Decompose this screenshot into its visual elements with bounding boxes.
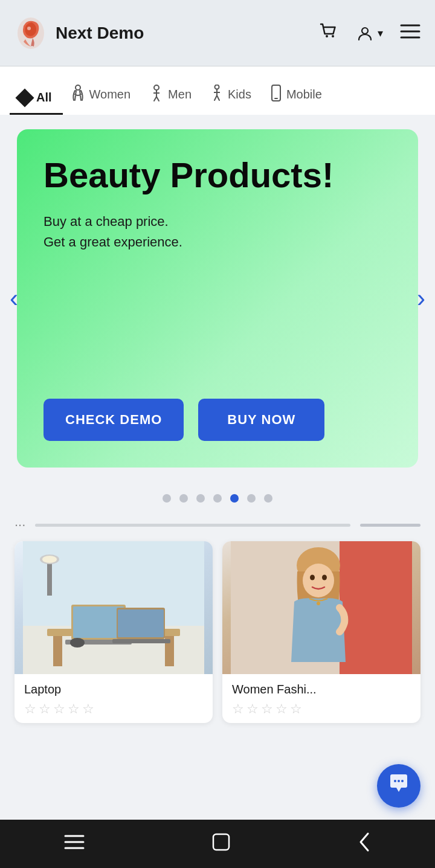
laptop-product-info: Laptop ☆ ☆ ☆ ☆ ☆	[14, 674, 213, 723]
banner-title: Beauty Products!	[44, 156, 392, 194]
chat-fab-button[interactable]	[377, 764, 420, 808]
hamburger-icon[interactable]	[400, 23, 420, 43]
svg-rect-27	[53, 636, 62, 666]
svg-rect-30	[73, 606, 124, 638]
diamond-icon	[15, 88, 34, 107]
star-2: ☆	[39, 701, 51, 717]
star-1: ☆	[24, 701, 36, 717]
section-scrollbar	[360, 524, 420, 527]
banner-section: ‹ › Beauty Products! Buy at a cheap pric…	[0, 115, 435, 482]
bottom-nav	[0, 820, 435, 868]
svg-point-2	[326, 35, 328, 37]
svg-point-9	[154, 85, 159, 90]
header-title: Next Demo	[56, 24, 144, 43]
logo-icon	[14, 15, 47, 51]
svg-point-41	[310, 575, 315, 580]
svg-point-1	[27, 27, 31, 30]
fashion-stars: ☆ ☆ ☆ ☆ ☆	[232, 701, 411, 717]
product-card-fashion[interactable]: Women Fashi... ☆ ☆ ☆ ☆ ☆	[222, 541, 420, 723]
fstar-4: ☆	[276, 701, 288, 717]
bottom-home-icon[interactable]	[211, 832, 231, 856]
cat-men-label: Men	[168, 88, 192, 101]
section-dots-icon: ···	[14, 517, 25, 533]
svg-point-14	[215, 85, 219, 89]
fashion-product-name: Women Fashi...	[232, 683, 411, 696]
svg-point-45	[398, 780, 400, 782]
svg-line-13	[156, 97, 159, 101]
star-5: ☆	[82, 701, 94, 717]
sidebar-item-mobile[interactable]: Mobile	[262, 85, 333, 115]
svg-point-4	[362, 28, 368, 34]
category-nav: All Women Men Kids Mobile	[0, 66, 435, 115]
svg-point-46	[401, 780, 404, 782]
banner-prev-button[interactable]: ‹	[10, 284, 18, 313]
cat-mobile-label: Mobile	[286, 88, 322, 101]
svg-line-18	[217, 95, 219, 100]
svg-point-44	[394, 780, 396, 782]
women-icon	[71, 85, 85, 104]
fstar-5: ☆	[290, 701, 302, 717]
dot-4[interactable]	[213, 494, 222, 503]
chat-icon	[388, 773, 410, 799]
dot-7[interactable]	[264, 494, 272, 503]
products-section-header: ···	[0, 512, 435, 541]
svg-point-43	[317, 602, 320, 605]
svg-line-12	[154, 97, 156, 101]
svg-rect-33	[118, 609, 164, 637]
sidebar-item-kids[interactable]: Kids	[202, 85, 262, 115]
check-demo-button[interactable]: CHECK DEMO	[44, 399, 184, 441]
svg-rect-37	[340, 541, 412, 674]
mobile-icon	[271, 85, 282, 104]
laptop-stars: ☆ ☆ ☆ ☆ ☆	[24, 701, 203, 717]
dot-1[interactable]	[163, 494, 171, 503]
header-right: ▾	[318, 21, 420, 45]
sidebar-item-men[interactable]: Men	[141, 85, 202, 115]
dot-5[interactable]	[230, 494, 239, 503]
svg-rect-34	[112, 639, 170, 643]
fashion-image	[222, 541, 420, 674]
kids-icon	[211, 85, 223, 104]
svg-rect-23	[47, 559, 52, 596]
banner-content: Beauty Products! Buy at a cheap price. G…	[44, 156, 392, 399]
user-section[interactable]: ▾	[356, 24, 383, 42]
fashion-product-info: Women Fashi... ☆ ☆ ☆ ☆ ☆	[222, 674, 420, 723]
svg-point-25	[42, 556, 57, 563]
men-icon	[150, 85, 163, 104]
sidebar-item-women[interactable]: Women	[63, 85, 142, 115]
svg-point-8	[76, 85, 80, 90]
svg-line-17	[214, 95, 217, 100]
product-card-laptop[interactable]: Laptop ☆ ☆ ☆ ☆ ☆	[14, 541, 213, 723]
banner: ‹ › Beauty Products! Buy at a cheap pric…	[17, 129, 418, 468]
cat-women-label: Women	[89, 88, 131, 101]
buy-now-button[interactable]: BUY NOW	[198, 399, 324, 441]
products-grid: Laptop ☆ ☆ ☆ ☆ ☆	[0, 541, 435, 723]
bottom-back-icon[interactable]	[357, 831, 372, 857]
dot-3[interactable]	[196, 494, 205, 503]
dot-2[interactable]	[179, 494, 188, 503]
svg-point-3	[332, 35, 334, 37]
banner-subtitle: Buy at a cheap price.	[44, 214, 392, 230]
bottom-spacer	[0, 723, 435, 783]
header-left: Next Demo	[14, 15, 144, 51]
fstar-1: ☆	[232, 701, 244, 717]
star-4: ☆	[68, 701, 80, 717]
laptop-product-name: Laptop	[24, 683, 203, 696]
cart-icon[interactable]	[318, 21, 339, 45]
svg-rect-50	[213, 834, 229, 850]
svg-point-40	[303, 564, 334, 597]
fstar-3: ☆	[261, 701, 273, 717]
bottom-menu-icon[interactable]	[63, 834, 85, 855]
section-divider	[35, 524, 350, 527]
sidebar-item-all[interactable]: All	[10, 91, 63, 115]
chevron-down-icon: ▾	[378, 27, 383, 40]
cat-kids-label: Kids	[228, 88, 251, 101]
banner-buttons: CHECK DEMO BUY NOW	[44, 399, 392, 441]
banner-next-button[interactable]: ›	[417, 284, 425, 313]
laptop-image	[14, 541, 213, 674]
dot-6[interactable]	[247, 494, 256, 503]
svg-point-42	[322, 575, 327, 580]
carousel-dots	[0, 482, 435, 512]
svg-point-35	[70, 638, 85, 648]
header: Next Demo ▾	[0, 0, 435, 66]
banner-subtitle2: Get a great experience.	[44, 234, 392, 250]
